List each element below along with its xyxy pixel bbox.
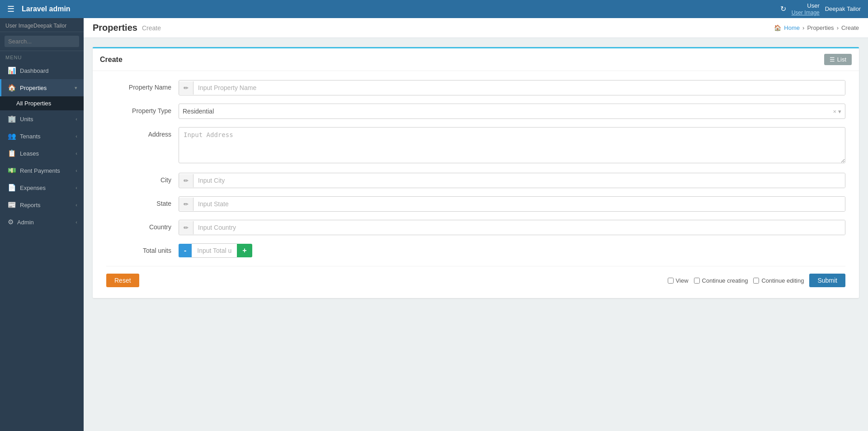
view-checkbox[interactable] — [668, 278, 674, 284]
sidebar-item-dashboard[interactable]: 📊 Dashboard — [0, 62, 84, 79]
submit-button[interactable]: Submit — [809, 274, 845, 287]
breadcrumb-sep: › — [837, 24, 839, 31]
city-input-group: ✏ — [179, 173, 845, 188]
list-icon: ☰ — [830, 56, 835, 63]
user-label: User — [807, 2, 819, 9]
continue-creating-label: Continue creating — [702, 277, 748, 284]
state-label: State — [106, 196, 179, 207]
chevron-right-icon: ‹ — [75, 202, 77, 208]
navbar-brand: Laravel admin — [22, 5, 71, 13]
admin-icon: ⚙ — [8, 218, 14, 226]
edit-icon: ✏ — [179, 221, 193, 234]
continue-editing-checkbox[interactable] — [753, 278, 759, 284]
user-info: User User Image — [792, 2, 820, 16]
chevron-right-icon: ‹ — [75, 185, 77, 190]
sidebar-menu-label: Menu — [0, 51, 84, 62]
property-name-label: Property Name — [106, 80, 179, 91]
total-units-row: Total units - + — [106, 243, 845, 258]
view-checkbox-group: View — [668, 277, 689, 284]
chevron-right-icon: ‹ — [75, 168, 77, 173]
state-input-group: ✏ — [179, 196, 845, 212]
property-type-wrap: Residential × ▾ — [179, 104, 845, 119]
page-title-area: Properties Create — [93, 23, 161, 33]
sidebar-item-label: Admin — [17, 219, 34, 226]
sidebar-search-wrap — [0, 32, 84, 51]
chevron-right-icon: ‹ — [75, 151, 77, 156]
sidebar-item-rent-payments[interactable]: 💵 Rent Payments ‹ — [0, 162, 84, 179]
city-input[interactable] — [193, 173, 845, 188]
property-type-select[interactable]: Residential × ▾ — [179, 104, 845, 119]
form-actions-right: View Continue creating Continue editing … — [668, 274, 845, 287]
reports-icon: 📰 — [8, 201, 16, 209]
hamburger-icon[interactable]: ☰ — [7, 4, 14, 14]
stepper-plus-button[interactable]: + — [237, 244, 252, 257]
address-row: Address — [106, 127, 845, 165]
sidebar-item-admin[interactable]: ⚙ Admin ‹ — [0, 213, 84, 231]
rent-payments-icon: 💵 — [8, 166, 16, 175]
sidebar-item-properties[interactable]: 🏠 Properties ▾ — [0, 79, 84, 96]
dashboard-icon: 📊 — [8, 66, 16, 75]
navbar: ☰ Laravel admin ↻ User User Image Deepak… — [0, 0, 868, 18]
sidebar-item-reports[interactable]: 📰 Reports ‹ — [0, 196, 84, 213]
card-header: Create ☰ List — [93, 48, 859, 71]
property-type-value: Residential — [183, 106, 833, 117]
edit-icon: ✏ — [179, 81, 193, 95]
city-row: City ✏ — [106, 173, 845, 188]
navbar-right: ↻ User User Image Deepak Tailor — [780, 2, 861, 16]
state-input[interactable] — [193, 197, 845, 211]
reset-button[interactable]: Reset — [106, 274, 139, 287]
continue-creating-checkbox[interactable] — [694, 278, 700, 284]
property-name-input[interactable] — [193, 81, 845, 95]
property-name-row: Property Name ✏ — [106, 80, 845, 95]
country-input-group: ✏ — [179, 220, 845, 235]
select-clear-icon[interactable]: × — [833, 108, 836, 115]
sidebar-item-label: Reports — [20, 202, 41, 208]
property-type-row: Property Type Residential × ▾ — [106, 104, 845, 119]
search-input[interactable] — [5, 36, 79, 47]
main-content: Properties Create 🏠 Home › Properties › … — [84, 18, 868, 431]
address-label: Address — [106, 127, 179, 138]
sidebar-user: User ImageDeepak Tailor — [0, 18, 84, 32]
card: Create ☰ List Property Name ✏ — [93, 47, 859, 298]
total-units-stepper: - + — [179, 243, 845, 258]
country-input[interactable] — [193, 220, 845, 235]
total-units-input[interactable] — [192, 243, 237, 258]
sidebar-item-label: Rent Payments — [20, 167, 60, 174]
sidebar: User ImageDeepak Tailor Menu 📊 Dashboard… — [0, 18, 84, 431]
navbar-left: ☰ Laravel admin — [7, 4, 71, 14]
sidebar-item-tenants[interactable]: 👥 Tenants ‹ — [0, 128, 84, 145]
continue-editing-checkbox-group: Continue editing — [753, 277, 804, 284]
stepper-minus-button[interactable]: - — [179, 244, 192, 257]
sidebar-item-label: Tenants — [20, 133, 41, 140]
sidebar-item-units[interactable]: 🏢 Units ‹ — [0, 110, 84, 128]
chevron-right-icon: ‹ — [75, 116, 77, 122]
sidebar-item-all-properties[interactable]: All Properties — [0, 96, 84, 110]
sidebar-item-label: Dashboard — [20, 67, 49, 74]
total-units-label: Total units — [106, 243, 179, 254]
sidebar-item-leases[interactable]: 📋 Leases ‹ — [0, 145, 84, 162]
form-actions: Reset View Continue creating — [106, 266, 845, 289]
form-actions-left: Reset — [106, 274, 139, 287]
page-title: Properties — [93, 23, 137, 33]
sidebar-item-expenses[interactable]: 📄 Expenses ‹ — [0, 179, 84, 196]
property-name-input-group: ✏ — [179, 80, 845, 95]
breadcrumb: 🏠 Home › Properties › Create — [774, 24, 859, 31]
continue-editing-label: Continue editing — [761, 277, 804, 284]
state-wrap: ✏ — [179, 196, 845, 212]
chevron-right-icon: ‹ — [75, 133, 77, 139]
properties-icon: 🏠 — [8, 84, 16, 92]
chevron-down-icon[interactable]: ▾ — [838, 108, 841, 115]
leases-icon: 📋 — [8, 149, 16, 157]
breadcrumb-home-link[interactable]: Home — [784, 24, 800, 31]
breadcrumb-create: Create — [841, 24, 859, 31]
breadcrumb-properties: Properties — [807, 24, 834, 31]
chevron-right-icon: ‹ — [75, 219, 77, 225]
property-type-label: Property Type — [106, 104, 179, 114]
user-image-link[interactable]: User Image — [792, 9, 820, 16]
list-button[interactable]: ☰ List — [824, 54, 852, 65]
breadcrumb-sep: › — [802, 24, 804, 31]
page-subtitle: Create — [142, 24, 161, 32]
sidebar-item-label: Properties — [20, 85, 47, 91]
refresh-icon[interactable]: ↻ — [780, 5, 786, 13]
address-textarea[interactable] — [179, 127, 845, 163]
